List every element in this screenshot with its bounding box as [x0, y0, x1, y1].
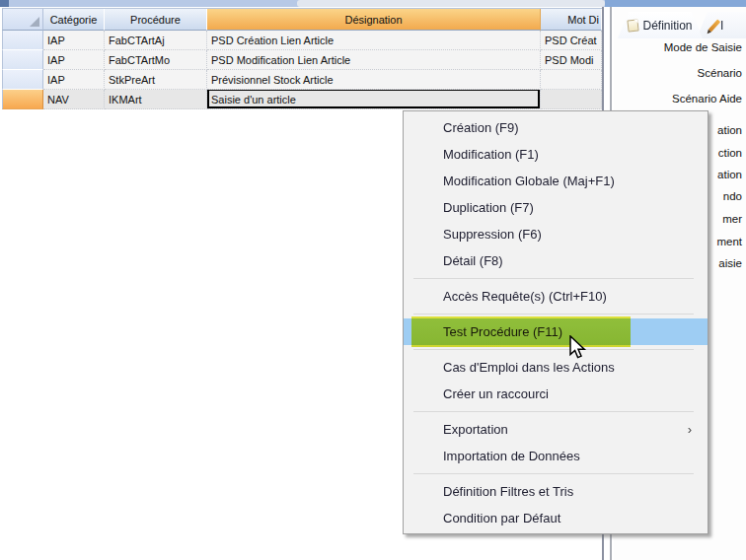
- menu-item-acces-requetes[interactable]: Accès Requête(s) (Ctrl+F10): [404, 283, 708, 310]
- menu-item-label: Duplication (F7): [443, 194, 696, 221]
- top-strip-thumb[interactable]: [297, 0, 605, 7]
- column-header-categorie[interactable]: Catégorie: [43, 9, 105, 31]
- field-label-clipped: mer: [722, 212, 742, 227]
- cell-categorie[interactable]: IAP: [43, 31, 105, 50]
- cell-mot-directeur[interactable]: PSD Créat: [541, 31, 602, 50]
- menu-item-label: Modification Globale (Maj+F1): [443, 168, 696, 194]
- table-corner-cell[interactable]: [2, 9, 43, 31]
- pencil-icon: [709, 19, 720, 32]
- table-row[interactable]: IAP StkPreArt Prévisionnel Stock Article: [2, 70, 602, 90]
- top-strip-right: [605, 0, 746, 7]
- menu-item-suppression[interactable]: Suppression (F6): [404, 221, 708, 247]
- menu-item-duplication[interactable]: Duplication (F7): [404, 194, 708, 221]
- field-label-clipped: ation: [717, 168, 742, 182]
- menu-item-detail[interactable]: Détail (F8): [404, 247, 708, 274]
- note-icon: [628, 19, 639, 32]
- menu-item-test-procedure[interactable]: Test Procédure (F11): [404, 318, 708, 345]
- menu-item-label: Importation de Données: [443, 443, 696, 469]
- menu-item-label: Exportation: [443, 416, 688, 443]
- menu-item-label: Condition par Défaut: [443, 505, 696, 531]
- menu-separator: [413, 278, 694, 279]
- menu-item-cas-emploi[interactable]: Cas d'Emploi dans les Actions: [404, 354, 708, 381]
- column-header-designation[interactable]: Désignation: [207, 9, 541, 31]
- tab-label: Définition: [642, 19, 692, 33]
- menu-item-label: Suppression (F6): [443, 221, 696, 247]
- menu-item-importation[interactable]: Importation de Données: [404, 443, 708, 469]
- column-header-procedure[interactable]: Procédure: [105, 9, 207, 31]
- cell-procedure[interactable]: FabCTArtAj: [105, 31, 207, 50]
- menu-item-label: Définition Filtres et Tris: [443, 478, 696, 505]
- table-header-row: Catégorie Procédure Désignation Mot Di: [2, 9, 602, 31]
- table-row[interactable]: IAP FabCTArtMo PSD Modification Lien Art…: [2, 50, 602, 70]
- menu-item-modification-globale[interactable]: Modification Globale (Maj+F1): [404, 168, 708, 194]
- field-label-scenario: Scénario: [698, 66, 742, 81]
- field-label-clipped: ction: [718, 146, 742, 161]
- field-label-clipped: ment: [716, 235, 742, 249]
- row-header[interactable]: [2, 31, 43, 50]
- cell-procedure[interactable]: IKMArt: [105, 90, 207, 109]
- panel-tabstrip: I Définition: [614, 12, 746, 38]
- row-header[interactable]: [2, 50, 43, 70]
- menu-item-label: Modification (F1): [443, 141, 696, 168]
- menu-item-label: Créer un raccourci: [443, 381, 696, 407]
- menu-item-creer-raccourci[interactable]: Créer un raccourci: [404, 381, 708, 407]
- app-window: Catégorie Procédure Désignation Mot Di I…: [0, 0, 746, 560]
- cell-designation[interactable]: PSD Modification Lien Article: [207, 50, 541, 70]
- mouse-cursor-icon: [566, 335, 590, 365]
- field-label-clipped: aisie: [718, 256, 742, 271]
- menu-item-modification[interactable]: Modification (F1): [404, 141, 708, 168]
- table-row[interactable]: IAP FabCTArtAj PSD Création Lien Article…: [2, 31, 602, 50]
- cell-procedure[interactable]: FabCTArtMo: [105, 50, 207, 70]
- corner-triangle-icon: [30, 17, 39, 27]
- cell-mot-directeur[interactable]: [541, 70, 602, 90]
- cell-categorie[interactable]: IAP: [43, 70, 105, 90]
- menu-item-label: Création (F9): [443, 114, 696, 141]
- cell-categorie[interactable]: NAV: [43, 90, 105, 109]
- row-header[interactable]: [2, 70, 43, 90]
- top-scroll-strip: [0, 0, 746, 7]
- menu-separator: [413, 349, 694, 350]
- menu-separator: [413, 314, 694, 315]
- field-label-clipped: ndo: [723, 189, 742, 204]
- row-header-selected[interactable]: [2, 90, 43, 109]
- cell-designation[interactable]: Prévisionnel Stock Article: [207, 70, 541, 90]
- menu-item-definition-filtres[interactable]: Définition Filtres et Tris: [404, 478, 708, 505]
- cell-procedure[interactable]: StkPreArt: [105, 70, 207, 90]
- menu-separator: [413, 411, 694, 412]
- cell-mot-directeur[interactable]: [541, 90, 602, 109]
- tab-definition[interactable]: Définition: [618, 12, 703, 38]
- cell-designation-selected[interactable]: Saisie d'un article: [207, 90, 541, 109]
- field-label-mode-de-saisie: Mode de Saisie: [664, 40, 742, 55]
- menu-item-label: Détail (F8): [443, 247, 696, 274]
- column-header-mot-directeur[interactable]: Mot Di: [541, 9, 602, 31]
- menu-item-label: Accès Requête(s) (Ctrl+F10): [443, 283, 696, 310]
- table-row-selected[interactable]: NAV IKMArt Saisie d'un article: [2, 90, 602, 109]
- cell-designation[interactable]: PSD Création Lien Article: [207, 31, 541, 50]
- field-label-scenario-aide: Scénario Aide: [672, 92, 742, 106]
- top-strip-corner: [0, 0, 9, 7]
- menu-item-creation[interactable]: Création (F9): [404, 114, 708, 141]
- menu-separator: [413, 473, 694, 474]
- menu-item-exportation[interactable]: Exportation ›: [404, 416, 708, 443]
- tab-partial[interactable]: I: [697, 12, 746, 38]
- submenu-arrow-icon: ›: [688, 416, 692, 443]
- procedures-table: Catégorie Procédure Désignation Mot Di I…: [2, 8, 602, 109]
- menu-item-condition-defaut[interactable]: Condition par Défaut: [404, 505, 708, 531]
- cell-mot-directeur[interactable]: PSD Modi: [541, 50, 602, 70]
- cell-categorie[interactable]: IAP: [43, 50, 105, 70]
- field-label-clipped: ation: [717, 123, 742, 138]
- context-menu: Création (F9) Modification (F1) Modifica…: [403, 110, 709, 534]
- tab-label-fragment: I: [720, 19, 723, 33]
